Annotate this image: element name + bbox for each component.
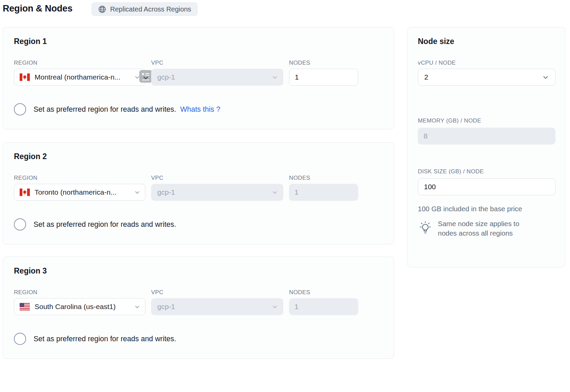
nodes-label: NODES [289,289,310,296]
region-3-vpc-select: gcp-1 [151,298,283,315]
region-label: REGION [14,175,37,181]
region-2-nodes-input [289,184,358,201]
region-3-heading: Region 3 [14,266,47,276]
chevron-down-icon [542,73,550,81]
globe-icon [98,5,106,14]
chevron-down-icon [271,189,279,196]
region-2-vpc-select: gcp-1 [151,184,283,201]
region-1-preferred-label: Set as preferred region for reads and wr… [34,105,176,114]
node-size-note-text: Same node size applies to nodes across a… [438,219,540,238]
region-3-region-value: South Carolina (us-east1) [35,303,129,311]
region-3-region-select[interactable]: South Carolina (us-east1) [14,298,145,315]
region-1-nodes-input[interactable] [289,69,358,86]
region-1-card: Region 1 REGION VPC NODES Montreal (nort… [3,27,394,129]
memory-input [418,128,555,145]
node-size-heading: Node size [418,37,454,46]
cursor-overlay-icon [139,70,152,83]
region-2-heading: Region 2 [14,152,47,161]
disk-size-input[interactable] [418,178,555,195]
canada-flag-icon [20,73,30,81]
chevron-down-icon [271,303,279,310]
disk-helper-text: 100 GB included in the base price [418,205,522,213]
region-2-preferred-label: Set as preferred region for reads and wr… [34,220,176,229]
replication-badge-label: Replicated Across Regions [110,5,191,13]
region-label: REGION [14,289,37,296]
nodes-label: NODES [289,60,310,66]
disk-size-label: DISK SIZE (GB) / NODE [418,168,484,175]
region-2-preferred-radio[interactable] [14,218,26,231]
memory-label: MEMORY (GB) / NODE [418,117,481,124]
region-nodes-page: Region & Nodes Replicated Across Regions… [0,0,570,392]
region-2-vpc-value: gcp-1 [157,188,271,196]
canada-flag-icon [20,189,30,196]
lightbulb-icon [418,219,433,236]
us-flag-icon [20,303,30,310]
whats-this-link[interactable]: Whats this ? [180,105,220,114]
region-2-preferred-row: Set as preferred region for reads and wr… [14,218,176,231]
region-2-region-select[interactable]: Toronto (northamerica-n... [14,184,145,201]
region-1-preferred-radio[interactable] [14,103,26,115]
vpc-label: VPC [151,60,163,66]
region-3-card: Region 3 REGION VPC NODES [3,257,394,359]
node-size-card: Node size vCPU / NODE 2 MEMORY (GB) / NO… [407,27,565,267]
node-size-note: Same node size applies to nodes across a… [418,219,540,238]
vcpu-label: vCPU / NODE [418,60,456,66]
region-3-preferred-row: Set as preferred region for reads and wr… [14,333,176,345]
vpc-label: VPC [151,175,163,181]
replication-badge: Replicated Across Regions [91,2,198,16]
chevron-down-icon [134,303,141,310]
region-1-vpc-select: gcp-1 [151,69,283,86]
region-1-region-select[interactable]: Montreal (northamerica-n... [14,69,145,86]
vpc-label: VPC [151,289,163,296]
region-1-heading: Region 1 [14,37,47,46]
region-1-preferred-row: Set as preferred region for reads and wr… [14,103,220,115]
region-3-preferred-radio[interactable] [14,333,26,345]
vcpu-value: 2 [424,73,542,81]
chevron-down-icon [134,189,141,196]
region-3-nodes-input [289,298,358,315]
page-title: Region & Nodes [3,3,73,14]
region-1-region-value: Montreal (northamerica-n... [35,73,129,81]
chevron-down-icon [271,73,279,81]
region-3-vpc-value: gcp-1 [157,303,271,311]
region-2-card: Region 2 REGION VPC NODES Toronto (north… [3,142,394,244]
region-2-region-value: Toronto (northamerica-n... [35,188,129,196]
region-label: REGION [14,60,37,66]
vcpu-select[interactable]: 2 [418,69,555,86]
nodes-label: NODES [289,175,310,181]
region-3-preferred-label: Set as preferred region for reads and wr… [34,335,176,343]
region-1-vpc-value: gcp-1 [157,73,271,81]
